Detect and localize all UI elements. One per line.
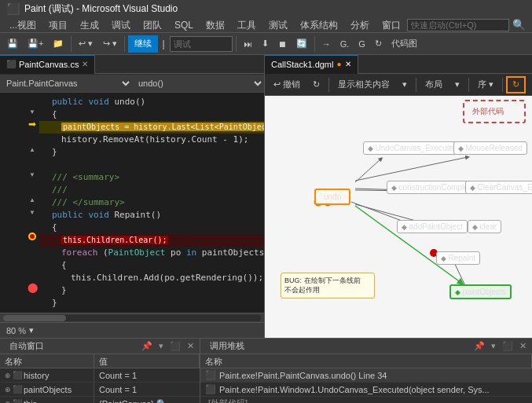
callstack-dropdown-button[interactable]: ▾ — [489, 341, 498, 351]
restart-button[interactable]: 🔄 — [292, 35, 311, 53]
main-toolbar: 💾 💾+ 📁 ↩ ▾ ↪ ▾ 继续 | ⏭ ⬇ ⏹ 🔄 → G. G ↻ 代码图 — [0, 33, 532, 55]
callstack-row-2[interactable]: ⬛ Paint.exe!Paint.Window1.UndoCanvas_Exe… — [200, 383, 532, 397]
menu-architecture[interactable]: 体系结构 — [294, 17, 344, 33]
autos-this-name-cell: ⊕ ⬛ this — [0, 397, 94, 404]
menu-debug[interactable]: 调试 — [105, 17, 137, 33]
code-line-6 — [39, 159, 264, 171]
autos-paintobjects-name-cell: ⊕ ⬛ paintObjects — [0, 383, 94, 397]
node-paintobjects[interactable]: ◆ paintObjects — [449, 284, 512, 299]
tab-paintcanvas-label: PaintCanvas.cs — [19, 55, 79, 74]
save-button[interactable]: 💾 — [3, 35, 22, 53]
node-mousereleased[interactable]: ◆ MouseReleased — [453, 141, 527, 155]
redo-button[interactable]: ↪ ▾ — [99, 35, 121, 53]
diag-dropdown2[interactable]: ▾ — [449, 76, 465, 93]
fold-icon-5[interactable]: ▼ — [29, 209, 35, 216]
autos-history-expand[interactable]: ⊕ — [5, 368, 11, 383]
zoom-level[interactable]: 80 % — [6, 326, 26, 335]
editor-scrollbar[interactable] — [0, 313, 264, 322]
autos-float-button[interactable]: ⬛ — [167, 341, 183, 351]
continue-button[interactable]: 继续 — [128, 35, 158, 53]
class-dropdown[interactable]: Paint.PaintCanvas — [0, 75, 132, 92]
diag-redo-button[interactable]: ↻ — [307, 76, 325, 93]
zoom-bar: 80 % ▾ — [0, 322, 264, 338]
stop-button[interactable]: ⏹ — [274, 35, 291, 53]
nav-back-button[interactable]: → — [318, 35, 335, 53]
node-mousereleased-label: MouseReleased — [466, 144, 523, 152]
autos-row-history[interactable]: ⊕ ⬛ history Count = 1 — [0, 368, 200, 383]
toolbar-sep2 — [124, 36, 125, 52]
autos-history-name-cell: ⊕ ⬛ history — [0, 368, 94, 383]
callstack-float-button[interactable]: ⬛ — [500, 341, 515, 351]
menu-data[interactable]: 数据 — [200, 17, 231, 33]
refresh-button[interactable]: ↻ — [371, 35, 386, 53]
nav-g2-button[interactable]: G — [354, 35, 369, 53]
node-clear[interactable]: ◆ clear — [468, 220, 501, 233]
node-repaint-label: Repaint — [449, 254, 475, 262]
callstack-pin-button[interactable]: 📌 — [471, 341, 487, 351]
diag-layout-button[interactable]: 布局 — [420, 76, 448, 93]
quick-launch-input[interactable] — [407, 19, 509, 31]
callstack-table-header: 名称 — [200, 354, 532, 368]
code-line-16: } — [39, 284, 264, 297]
save-all-button[interactable]: 💾+ — [24, 35, 47, 53]
undo-button[interactable]: ↩ ▾ — [75, 35, 97, 53]
bug-comment-box: BUG: 在绘制下一条线前不会起作用 — [281, 273, 375, 299]
menu-project[interactable]: 项目 — [42, 17, 74, 33]
node-addpaint[interactable]: ◆ addPaintObject — [397, 220, 468, 233]
autos-pin-button[interactable]: 📌 — [139, 341, 155, 351]
menu-window[interactable]: 窗口 — [376, 17, 407, 33]
callstack-row-3[interactable]: [外部代码] — [200, 397, 532, 403]
callstack-row1-icon: ⬛ — [205, 370, 216, 380]
menu-test[interactable]: 测试 — [262, 17, 294, 33]
code-map-button[interactable]: 代码图 — [387, 35, 421, 53]
breakpoint-dot[interactable] — [28, 232, 36, 243]
node-clearcanvas[interactable]: ◆ ClearCanvas_Executed — [465, 181, 532, 194]
code-line-4: history.RemoveAt(history.Count - 1); — [39, 134, 264, 146]
node-repaint[interactable]: ◆ Repaint — [436, 251, 480, 265]
menu-view[interactable]: ...视图 — [3, 17, 42, 33]
h-scroll-thumb[interactable] — [3, 315, 66, 321]
zoom-dropdown-icon[interactable]: ▾ — [29, 325, 34, 335]
diag-sep1 — [328, 78, 329, 92]
menu-team[interactable]: 团队 — [137, 17, 168, 33]
autos-row-this[interactable]: ⊕ ⬛ this {PaintCanvas} 🔍 — [0, 397, 200, 403]
autos-col-value: 值 — [94, 354, 200, 368]
tab-callstack[interactable]: CallStack1.dgml ● ✕ — [265, 55, 358, 74]
diagram-canvas[interactable]: 外部代码 — [265, 96, 532, 338]
fold-icon-2[interactable]: ▲ — [29, 146, 35, 153]
debug-mode-input[interactable] — [170, 36, 233, 52]
fold-icon-1[interactable]: ▼ — [29, 108, 35, 115]
step-over-button[interactable]: ⏭ — [240, 35, 256, 53]
menu-build[interactable]: 生成 — [74, 17, 105, 33]
search-button[interactable]: 🔍 — [509, 18, 529, 31]
open-button[interactable]: 📁 — [49, 35, 68, 53]
callstack-row-1[interactable]: ⬛ Paint.exe!Paint.PaintCanvas.undo() Lin… — [200, 368, 532, 383]
method-dropdown[interactable]: undo() — [132, 75, 264, 92]
callstack-close-button[interactable]: ✕ — [517, 341, 529, 351]
diag-dropdown1[interactable]: ▾ — [397, 76, 413, 93]
diag-undo-button[interactable]: ↩ 撤销 — [268, 76, 306, 93]
menu-tools[interactable]: 工具 — [231, 17, 262, 33]
tab-callstack-close[interactable]: ✕ — [345, 55, 351, 74]
diag-show-related-button[interactable]: 显示相关内容 — [332, 76, 395, 93]
autos-paintobjects-expand[interactable]: ⊕ — [5, 383, 11, 397]
fold-icon-3[interactable]: ▼ — [29, 171, 35, 178]
autos-row-paintobjects[interactable]: ⊕ ⬛ paintObjects Count = 1 — [0, 383, 200, 397]
node-undocanvas[interactable]: ◆ UndoCanvas_Executed — [363, 141, 463, 155]
fold-icon-4[interactable]: ▲ — [29, 196, 35, 203]
search-bar: 🔍 — [407, 18, 529, 31]
autos-dropdown-button[interactable]: ▾ — [156, 341, 166, 351]
code-line-9: /// </summary> — [39, 196, 264, 209]
step-into-button[interactable]: ⬇ — [258, 35, 273, 53]
menu-sql[interactable]: SQL — [168, 17, 200, 33]
autos-this-expand[interactable]: ⊕ — [5, 397, 11, 404]
diag-refresh-button[interactable]: ↻ — [506, 76, 526, 93]
menu-analyze[interactable]: 分析 — [344, 17, 376, 33]
tab-paintcanvas-close[interactable]: ✕ — [82, 55, 88, 74]
autos-close-button[interactable]: ✕ — [185, 341, 196, 351]
nav-forward-button[interactable]: G. — [336, 35, 354, 53]
node-undo[interactable]: undo — [314, 189, 350, 205]
autos-table: 名称 值 ⊕ ⬛ history Count = 1 ⊕ ⬛ paintObje… — [0, 354, 200, 403]
diag-sep-dropdown[interactable]: 序 ▾ — [472, 76, 499, 93]
tab-paintcanvas[interactable]: ⬛ PaintCanvas.cs ✕ — [0, 55, 95, 74]
